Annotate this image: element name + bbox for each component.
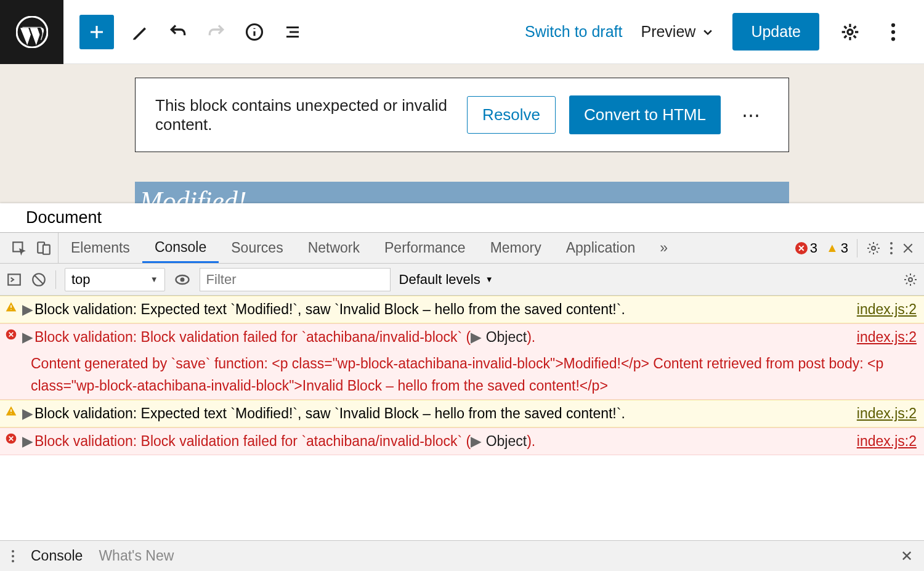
svg-point-3 — [891, 23, 895, 26]
tab-sources[interactable]: Sources — [219, 233, 295, 263]
devtools-left-icons — [5, 233, 59, 263]
svg-point-9 — [872, 246, 875, 250]
svg-point-11 — [890, 247, 893, 249]
undo-icon — [168, 22, 188, 42]
error-icon — [5, 328, 18, 341]
preview-button[interactable]: Preview — [641, 23, 714, 41]
error-count-badge[interactable]: ✕3 — [795, 240, 817, 256]
svg-point-2 — [848, 30, 853, 34]
drawer-tab-console[interactable]: Console — [31, 548, 83, 564]
svg-point-22 — [12, 560, 14, 562]
info-icon — [245, 23, 264, 41]
svg-rect-8 — [43, 245, 50, 254]
gear-icon — [840, 22, 860, 42]
redo-icon — [206, 22, 226, 42]
log-message: Block validation: Expected text `Modifie… — [34, 298, 841, 321]
log-source-link[interactable]: index.js:2 — [857, 430, 917, 453]
tab-memory[interactable]: Memory — [478, 233, 554, 263]
convert-to-html-button[interactable]: Convert to HTML — [569, 95, 721, 134]
svg-point-17 — [909, 278, 912, 281]
kebab-icon — [891, 23, 896, 41]
log-row-error[interactable]: ▶ Block validation: Block validation fai… — [0, 323, 924, 400]
context-selector[interactable]: top — [65, 268, 165, 291]
log-body: Content generated by `save` function: <p… — [5, 352, 917, 398]
svg-point-16 — [180, 277, 184, 281]
tab-application[interactable]: Application — [554, 233, 648, 263]
eye-icon[interactable] — [174, 271, 191, 288]
expand-icon[interactable]: ▶ — [22, 402, 31, 425]
console-toolbar: top Default levels▼ — [0, 264, 924, 296]
log-levels-selector[interactable]: Default levels▼ — [399, 272, 493, 288]
editor-toolbar: Switch to draft Preview Update — [0, 0, 924, 64]
toolbar-left — [63, 15, 305, 49]
svg-point-10 — [890, 242, 893, 245]
log-message: Block validation: Block validation faile… — [34, 430, 841, 453]
inspect-icon[interactable] — [11, 240, 27, 256]
log-source-link[interactable]: index.js:2 — [857, 298, 917, 321]
log-row-warning[interactable]: ▶ Block validation: Expected text `Modif… — [0, 400, 924, 427]
svg-point-5 — [891, 37, 895, 41]
log-message: Block validation: Block validation faile… — [34, 326, 841, 349]
tab-network[interactable]: Network — [296, 233, 372, 263]
block-more-button[interactable]: ⋯ — [734, 104, 769, 126]
add-block-button[interactable] — [79, 15, 114, 49]
wordpress-icon — [16, 16, 48, 48]
warning-count-badge[interactable]: ▲3 — [826, 240, 848, 256]
block-invalid-warning: This block contains unexpected or invali… — [135, 78, 789, 152]
clear-console-icon[interactable] — [31, 272, 47, 288]
expand-icon[interactable]: ▶ — [22, 430, 31, 453]
list-icon — [283, 23, 302, 41]
settings-button[interactable] — [838, 20, 862, 44]
filter-input[interactable] — [200, 268, 391, 291]
plus-icon — [87, 23, 106, 41]
target-tab[interactable]: Document — [0, 203, 924, 233]
edit-mode-button[interactable] — [128, 20, 152, 44]
log-source-link[interactable]: index.js:2 — [857, 402, 917, 425]
info-button[interactable] — [242, 20, 267, 44]
warning-message: This block contains unexpected or invali… — [155, 96, 453, 134]
wordpress-logo[interactable] — [0, 0, 63, 64]
devtools-panel: Document Elements Console Sources Networ… — [0, 203, 924, 571]
resolve-button[interactable]: Resolve — [467, 96, 556, 134]
redo-button[interactable] — [204, 20, 229, 44]
outline-button[interactable] — [280, 20, 305, 44]
drawer-kebab-icon[interactable] — [11, 549, 15, 564]
svg-point-21 — [12, 555, 14, 557]
log-row-warning[interactable]: ▶ Block validation: Expected text `Modif… — [0, 296, 924, 323]
devtools-kebab-icon[interactable] — [890, 241, 893, 256]
device-toggle-icon[interactable] — [36, 240, 52, 256]
svg-point-20 — [12, 550, 14, 553]
update-button[interactable]: Update — [732, 13, 819, 51]
close-icon[interactable] — [902, 242, 914, 254]
console-log-body[interactable]: ▶ Block validation: Expected text `Modif… — [0, 296, 924, 540]
console-settings-icon[interactable] — [903, 272, 918, 287]
log-message: Block validation: Expected text `Modifie… — [34, 402, 841, 425]
log-row-error[interactable]: ▶ Block validation: Block validation fai… — [0, 427, 924, 455]
chevron-down-icon — [702, 26, 714, 38]
drawer-tab-whatsnew[interactable]: What's New — [99, 548, 174, 564]
switch-to-draft-button[interactable]: Switch to draft — [525, 23, 622, 41]
svg-point-4 — [891, 30, 895, 33]
undo-button[interactable] — [166, 20, 190, 44]
warning-icon — [5, 405, 18, 417]
expand-icon[interactable]: ▶ — [22, 298, 31, 321]
tab-performance[interactable]: Performance — [372, 233, 478, 263]
preview-label: Preview — [641, 23, 695, 41]
svg-point-12 — [890, 252, 893, 254]
expand-icon[interactable]: ▶ — [22, 326, 31, 349]
error-icon — [5, 432, 18, 445]
drawer-close-icon[interactable]: ✕ — [901, 548, 913, 565]
pencil-icon — [131, 23, 149, 41]
toolbar-right: Switch to draft Preview Update — [525, 13, 924, 51]
log-source-link[interactable]: index.js:2 — [857, 326, 917, 349]
sidebar-toggle-icon[interactable] — [6, 272, 22, 288]
devtools-settings-icon[interactable] — [866, 241, 881, 256]
devtools-tab-right: ✕3 ▲3 — [795, 239, 919, 257]
tab-console[interactable]: Console — [142, 233, 219, 263]
warning-icon — [5, 301, 18, 313]
tab-elements[interactable]: Elements — [59, 233, 142, 263]
devtools-drawer: Console What's New ✕ — [0, 540, 924, 571]
tab-more[interactable]: » — [647, 233, 680, 263]
editor-canvas: This block contains unexpected or invali… — [0, 64, 924, 216]
more-options-button[interactable] — [881, 20, 906, 44]
